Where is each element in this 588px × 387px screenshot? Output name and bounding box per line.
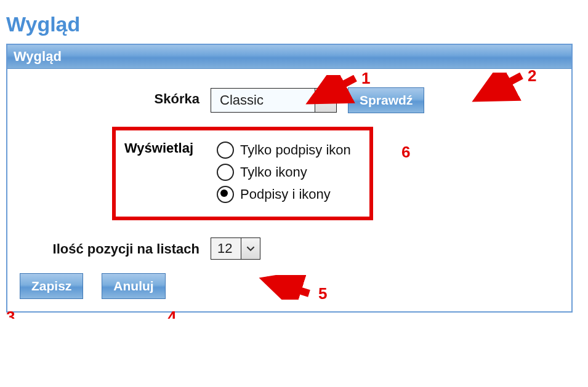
- display-option-icons[interactable]: Tylko ikony: [217, 164, 351, 181]
- row-list-count: Ilość pozycji na listach 12: [20, 237, 559, 260]
- label-skin: Skórka: [20, 87, 211, 107]
- display-group-box: Wyświetlaj Tylko podpisy ikon Tylko ikon…: [112, 127, 373, 220]
- display-option-label: Podpisy i ikony: [240, 186, 331, 202]
- page-title: Wygląd: [6, 12, 582, 36]
- skin-dropdown-value: Classic: [211, 89, 315, 112]
- radio-icon[interactable]: [217, 186, 234, 203]
- cancel-button[interactable]: Anuluj: [102, 273, 165, 299]
- list-count-value: 12: [211, 238, 241, 259]
- chevron-down-icon[interactable]: [241, 238, 260, 259]
- check-button[interactable]: Sprawdź: [348, 87, 424, 113]
- chevron-down-icon[interactable]: [315, 89, 336, 112]
- display-option-captions[interactable]: Tylko podpisy ikon: [217, 142, 351, 159]
- panel-body: Skórka Classic Sprawdź Wyświetlaj: [7, 69, 571, 311]
- list-count-dropdown[interactable]: 12: [211, 237, 260, 260]
- radio-icon[interactable]: [217, 142, 234, 159]
- label-list-count: Ilość pozycji na listach: [20, 237, 211, 257]
- panel: Wygląd Skórka Classic Sprawdź Wyświetlaj: [6, 44, 573, 313]
- row-skin: Skórka Classic Sprawdź: [20, 87, 559, 113]
- annotation-number: 1: [361, 69, 370, 88]
- skin-dropdown[interactable]: Classic: [211, 88, 337, 113]
- display-option-label: Tylko ikony: [240, 164, 307, 180]
- label-display: Wyświetlaj: [124, 137, 217, 208]
- row-display: Wyświetlaj Tylko podpisy ikon Tylko ikon…: [20, 127, 559, 220]
- panel-header: Wygląd: [7, 45, 571, 69]
- display-option-both[interactable]: Podpisy i ikony: [217, 186, 351, 203]
- display-option-label: Tylko podpisy ikon: [240, 142, 351, 158]
- radio-icon[interactable]: [217, 164, 234, 181]
- save-button[interactable]: Zapisz: [20, 273, 83, 299]
- annotation-number: 2: [528, 66, 536, 86]
- action-buttons: Zapisz Anuluj: [20, 273, 559, 299]
